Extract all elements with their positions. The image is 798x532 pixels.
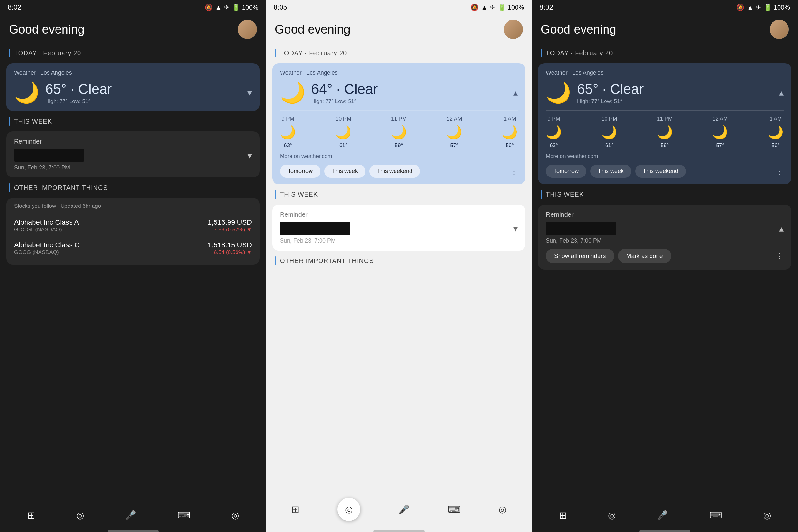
tab-this-week-2[interactable]: This week — [324, 165, 365, 178]
chevron-down-icon-1[interactable]: ▾ — [247, 88, 252, 98]
mark-as-done-button[interactable]: Mark as done — [618, 249, 671, 263]
weather-card-1[interactable]: Weather · Los Angeles 🌙 65° · Clear High… — [6, 63, 260, 111]
lens-icon-1: ◎ — [76, 510, 84, 520]
reminder-row-2: ▾ — [280, 222, 518, 235]
keyboard-icon-2: ⌨ — [448, 504, 461, 515]
nav-keyboard-3[interactable]: ⌨ — [709, 510, 722, 520]
panel-2: 8:05 🔕 ▲ ✈ 🔋 100% Good evening TODAY · F… — [266, 0, 532, 532]
chevron-up-icon-3[interactable]: ▴ — [779, 88, 784, 98]
weather-left-1: 🌙 65° · Clear High: 77° Low: 51° — [14, 81, 112, 105]
stock-name-goog: Alphabet Inc Class C — [14, 241, 79, 249]
other-important-section-1: OTHER IMPORTANT THINGS — [0, 180, 266, 195]
other-important-section-2: OTHER IMPORTANT THINGS — [266, 253, 532, 268]
reminder-card-2[interactable]: Reminder ▾ Sun, Feb 23, 7:00 PM — [272, 205, 526, 250]
more-icon-3[interactable]: ⋮ — [776, 167, 784, 176]
nav-compass-3[interactable]: ◎ — [763, 510, 771, 520]
weather-link-2[interactable]: More on weather.com — [280, 153, 518, 159]
weather-temp-3: 65° · Clear — [577, 81, 644, 97]
tab-this-weekend-3[interactable]: This weekend — [635, 165, 686, 178]
chevron-down-icon-reminder-2[interactable]: ▾ — [513, 223, 518, 234]
weather-left-2: 🌙 64° · Clear High: 77° Low: 51° — [280, 81, 378, 105]
hour-10pm-3: 10 PM 🌙 61° — [601, 116, 618, 149]
tab-tomorrow-3[interactable]: Tomorrow — [546, 165, 586, 178]
stock-item-goog[interactable]: Alphabet Inc Class C GOOG (NASDAQ) 1,518… — [14, 237, 252, 260]
weather-main-1: 🌙 65° · Clear High: 77° Low: 51° ▾ — [14, 81, 252, 105]
chevron-up-icon-2[interactable]: ▴ — [513, 88, 518, 98]
weather-left-3: 🌙 65° · Clear High: 77° Low: 51° — [546, 81, 644, 105]
panel-1: 8:02 🔕 ▲ ✈ 🔋 100% Good evening TODAY · F… — [0, 0, 266, 532]
nav-mic-3[interactable]: 🎤 — [657, 510, 668, 520]
moon-icon-2: 🌙 — [280, 81, 305, 105]
weather-main-2: 🌙 64° · Clear High: 77° Low: 51° ▴ — [280, 81, 518, 105]
battery-icon-1: 🔋 100% — [232, 3, 258, 11]
tab-this-week-3[interactable]: This week — [590, 165, 631, 178]
nav-home-1[interactable]: ⊞ — [27, 510, 35, 521]
hour-1am-3: 1 AM 🌙 56° — [768, 116, 784, 149]
lens-icon-3: ◎ — [608, 510, 616, 520]
mute-icon-3: 🔕 — [736, 3, 744, 11]
nav-keyboard-1[interactable]: ⌨ — [177, 510, 190, 520]
this-week-section-1: THIS WEEK — [0, 114, 266, 129]
nav-compass-2[interactable]: ◎ — [499, 504, 506, 515]
greeting-3: Good evening — [541, 23, 616, 36]
nav-mic-2[interactable]: 🎤 — [398, 504, 410, 515]
chevron-down-icon-reminder-1[interactable]: ▾ — [247, 150, 252, 161]
nav-home-3[interactable]: ⊞ — [559, 510, 567, 521]
stocks-card-1: Stocks you follow · Updated 6hr ago Alph… — [6, 198, 260, 265]
nav-lens-2[interactable]: ◎ — [337, 498, 360, 521]
status-bar-3: 8:02 🔕 ▲ ✈ 🔋 100% — [532, 0, 798, 15]
nav-home-2[interactable]: ⊞ — [291, 504, 299, 515]
weather-info-1: 65° · Clear High: 77° Low: 51° — [45, 81, 112, 105]
home-icon-2: ⊞ — [291, 504, 299, 515]
weather-temp-2: 64° · Clear — [311, 81, 378, 97]
bottom-nav-2: ⊞ ◎ 🎤 ⌨ ◎ — [266, 492, 532, 529]
reminder-row-1: ▾ — [14, 149, 252, 162]
battery-icon-3: 🔋 100% — [764, 3, 790, 11]
more-icon-2[interactable]: ⋮ — [510, 167, 518, 176]
compass-icon-1: ◎ — [231, 510, 239, 520]
section-bar-today-1 — [9, 49, 10, 57]
mic-icon-3: 🎤 — [657, 510, 668, 520]
avatar-3[interactable] — [770, 20, 789, 39]
more-icon-reminder-3[interactable]: ⋮ — [776, 251, 784, 261]
this-week-section-2: THIS WEEK — [266, 187, 532, 202]
stock-price-googl: 1,516.99 USD 7.88 (0.52%) ▼ — [208, 218, 252, 233]
wifi-icon-3: ▲ — [747, 4, 753, 11]
nav-keyboard-2[interactable]: ⌨ — [448, 504, 461, 515]
reminder-card-1[interactable]: Reminder ▾ Sun, Feb 23, 7:00 PM — [6, 132, 260, 177]
avatar-2[interactable] — [504, 20, 523, 39]
airplane-icon-2: ✈ — [490, 3, 495, 11]
stock-name-googl: Alphabet Inc Class A — [14, 218, 79, 227]
weather-hilo-3: High: 77° Low: 51° — [577, 98, 644, 105]
stock-price-val-googl: 1,516.99 USD — [208, 218, 252, 227]
tab-tomorrow-2[interactable]: Tomorrow — [280, 165, 321, 178]
nav-lens-3[interactable]: ◎ — [608, 510, 616, 520]
reminder-date-1: Sun, Feb 23, 7:00 PM — [14, 164, 252, 171]
mute-icon-1: 🔕 — [205, 3, 213, 11]
weather-source-3: Weather · Los Angeles — [546, 70, 784, 76]
section-bar-week-3 — [541, 190, 542, 199]
airplane-icon-3: ✈ — [756, 3, 761, 11]
stock-ticker-googl: GOOGL (NASDAQ) — [14, 227, 79, 233]
stock-item-googl[interactable]: Alphabet Inc Class A GOOGL (NASDAQ) 1,51… — [14, 214, 252, 237]
today-label-3: TODAY · February 20 — [546, 50, 613, 57]
weather-tabs-2: Tomorrow This week This weekend ⋮ — [280, 165, 518, 178]
section-bar-other-2 — [275, 256, 276, 265]
show-all-reminders-button[interactable]: Show all reminders — [546, 249, 614, 263]
header-1: Good evening — [0, 15, 266, 45]
home-icon-1: ⊞ — [27, 510, 35, 521]
nav-lens-1[interactable]: ◎ — [76, 510, 84, 520]
reminder-card-3[interactable]: Reminder ▴ Sun, Feb 23, 7:00 PM Show all… — [538, 205, 791, 270]
weather-card-3[interactable]: Weather · Los Angeles 🌙 65° · Clear High… — [538, 63, 791, 184]
weather-link-3[interactable]: More on weather.com — [546, 153, 784, 159]
nav-mic-1[interactable]: 🎤 — [125, 510, 136, 520]
weather-info-2: 64° · Clear High: 77° Low: 51° — [311, 81, 378, 105]
this-week-label-1: THIS WEEK — [14, 118, 52, 125]
tab-this-weekend-2[interactable]: This weekend — [369, 165, 420, 178]
avatar-1[interactable] — [238, 20, 257, 39]
chevron-up-icon-reminder-3[interactable]: ▴ — [779, 223, 784, 234]
nav-compass-1[interactable]: ◎ — [231, 510, 239, 520]
greeting-1: Good evening — [9, 23, 84, 36]
weather-tabs-3: Tomorrow This week This weekend ⋮ — [546, 165, 784, 178]
weather-card-2[interactable]: Weather · Los Angeles 🌙 64° · Clear High… — [272, 63, 526, 184]
